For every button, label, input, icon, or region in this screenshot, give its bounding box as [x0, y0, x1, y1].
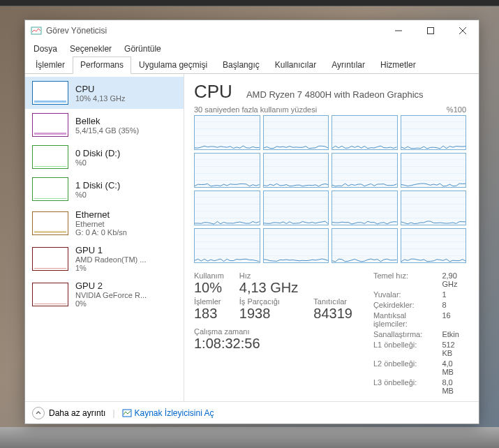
fewer-details-link[interactable]: Daha az ayrıntı [49, 408, 105, 418]
sidebar-disk1-sub: %0 [75, 191, 120, 199]
footer: Daha az ayrıntı | Kaynak İzleyicisini Aç [25, 401, 479, 424]
cpu-core-grid[interactable] [194, 115, 466, 263]
sidebar-item-gpu2[interactable]: GPU 2 NVIDIA GeForce R... 0% [25, 276, 184, 312]
thread-label: İş Parçacığı [239, 297, 298, 306]
sidebar-eth-title: Ethernet [75, 209, 127, 220]
sidebar-disk0-sub: %0 [75, 158, 120, 167]
cpu-core-chart [263, 153, 329, 188]
cpu-core-chart [263, 191, 329, 225]
proc-value: 183 [194, 306, 224, 322]
base-k: Temel hız: [373, 271, 429, 288]
ethernet-thumb-icon [32, 211, 68, 235]
sidebar-gpu1-sub1: AMD Radeon(TM) ... [75, 255, 146, 264]
thread-value: 1938 [239, 306, 298, 322]
cpu-model: AMD Ryzen 7 4800H with Radeon Graphics [246, 89, 424, 100]
sidebar-item-ethernet[interactable]: Ethernet Ethernet G: 0 A: 0 Kb/sn [25, 205, 184, 241]
separator: | [112, 408, 114, 418]
sidebar-item-memory[interactable]: Bellek 5,4/15,4 GB (35%) [25, 109, 184, 141]
cpu-core-chart [332, 115, 398, 150]
cpu-core-chart [401, 115, 467, 150]
l2-k: L2 önbelleği: [373, 359, 429, 376]
menu-file[interactable]: Dosya [28, 43, 63, 55]
sidebar-disk0-title: 0 Diski (D:) [75, 148, 120, 158]
memory-thumb-icon [32, 113, 68, 137]
sidebar-mem-sub: 5,4/15,4 GB (35%) [75, 126, 139, 135]
gpu-thumb-icon [32, 247, 68, 271]
maximize-button[interactable] [415, 20, 447, 41]
uptime-value: 1:08:32:56 [194, 336, 352, 352]
l2-v: 4,0 MB [442, 359, 466, 376]
window-title: Görev Yöneticisi [46, 26, 382, 36]
cpu-core-chart [332, 228, 398, 263]
sidebar-eth-sub2: G: 0 A: 0 Kb/sn [75, 228, 127, 237]
sidebar-item-cpu[interactable]: CPU 10% 4,13 GHz [25, 77, 184, 109]
sidebar-gpu1-sub2: 1% [75, 264, 146, 272]
l3-k: L3 önbelleği: [373, 378, 429, 395]
l1-v: 512 KB [442, 341, 466, 357]
cpu-core-chart [401, 191, 467, 225]
sidebar-gpu2-title: GPU 2 [75, 281, 147, 291]
util-value: 10% [194, 280, 224, 296]
stats-area: Kullanım10% Hız4,13 GHz İşlemler183 İş P… [194, 271, 466, 395]
cpu-core-chart [332, 191, 398, 225]
menubar: Dosya Seçenekler Görüntüle [25, 41, 479, 57]
svg-rect-2 [428, 28, 434, 34]
disk-thumb-icon [32, 145, 68, 169]
proc-label: İşlemler [194, 297, 224, 306]
minimize-button[interactable] [382, 20, 415, 41]
resource-monitor-link[interactable]: Kaynak İzleyicisini Aç [122, 408, 214, 418]
cpu-core-chart [401, 153, 467, 188]
l3-v: 8,0 MB [442, 378, 466, 395]
tab-performance[interactable]: Performans [73, 57, 131, 74]
task-manager-window: Görev Yöneticisi Dosya Seçenekler Görünt… [24, 20, 479, 424]
menu-options[interactable]: Seçenekler [64, 43, 117, 55]
cpu-core-chart [263, 115, 329, 150]
resource-monitor-icon [122, 408, 132, 418]
tab-services[interactable]: Hizmetler [373, 57, 424, 74]
tab-details[interactable]: Ayrıntılar [324, 57, 373, 74]
cpu-core-chart [194, 228, 260, 263]
virt-k: Sanallaştırma: [373, 330, 429, 338]
handle-value: 84319 [313, 306, 352, 322]
close-button[interactable] [447, 20, 479, 41]
sidebar-item-disk0[interactable]: 0 Diski (D:) %0 [25, 141, 184, 173]
sidebar: CPU 10% 4,13 GHz Bellek 5,4/15,4 GB (35%… [25, 74, 184, 401]
cpu-core-chart [194, 115, 260, 150]
chevron-up-icon[interactable] [32, 407, 45, 419]
window-controls [382, 20, 479, 41]
tab-startup[interactable]: Başlangıç [215, 57, 267, 74]
lp-v: 16 [442, 311, 466, 328]
lp-k: Mantıksal işlemciler: [373, 311, 429, 328]
cores-v: 8 [442, 301, 466, 309]
main-panel: CPU AMD Ryzen 7 4800H with Radeon Graphi… [184, 74, 479, 401]
content-area: CPU 10% 4,13 GHz Bellek 5,4/15,4 GB (35%… [25, 74, 479, 401]
sidebar-item-gpu1[interactable]: GPU 1 AMD Radeon(TM) ... 1% [25, 241, 184, 276]
page-title: CPU [194, 81, 232, 103]
uptime-label: Çalışma zamanı [194, 327, 352, 336]
cpu-core-chart [194, 191, 260, 225]
sockets-v: 1 [442, 290, 466, 299]
sidebar-item-disk1[interactable]: 1 Diski (C:) %0 [25, 173, 184, 205]
chart-caption: 30 saniyeden fazla kullanım yüzdesi [194, 105, 317, 114]
sidebar-gpu1-title: GPU 1 [75, 245, 146, 255]
app-icon [31, 25, 42, 36]
disk-thumb-icon [32, 177, 68, 201]
chart-max: %100 [447, 105, 466, 114]
tab-users[interactable]: Kullanıcılar [267, 57, 324, 74]
menu-view[interactable]: Görüntüle [119, 43, 167, 55]
cores-k: Çekirdekler: [373, 301, 429, 309]
tab-apphistory[interactable]: Uygulama geçmişi [131, 57, 215, 74]
sidebar-gpu2-sub2: 0% [75, 299, 147, 308]
tab-processes[interactable]: İşlemler [28, 57, 73, 74]
cpu-core-chart [194, 153, 260, 188]
speed-value: 4,13 GHz [239, 280, 298, 296]
base-v: 2,90 GHz [442, 271, 466, 288]
resource-monitor-label: Kaynak İzleyicisini Aç [135, 408, 214, 418]
titlebar[interactable]: Görev Yöneticisi [25, 20, 479, 41]
sidebar-cpu-sub: 10% 4,13 GHz [75, 94, 126, 103]
gpu-thumb-icon [32, 283, 68, 306]
util-label: Kullanım [194, 271, 224, 280]
l1-k: L1 önbelleği: [373, 341, 429, 357]
tabbar: İşlemler Performans Uygulama geçmişi Baş… [25, 57, 479, 74]
speed-label: Hız [239, 271, 298, 280]
